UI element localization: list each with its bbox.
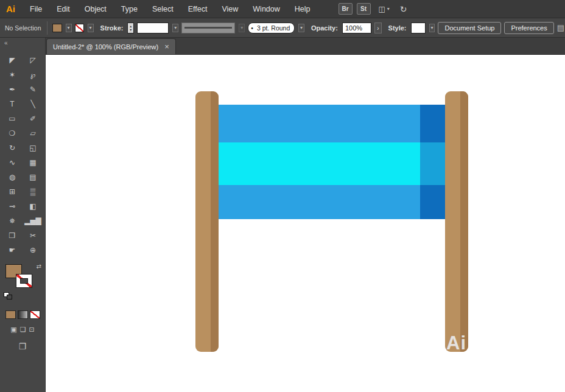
menu-edit[interactable]: Edit <box>49 0 77 18</box>
divider <box>47 21 47 35</box>
opacity-label: Opacity: <box>311 24 338 32</box>
mesh-tool[interactable]: ⊞ <box>2 184 23 198</box>
banner-shadow-bottom[interactable] <box>420 185 445 219</box>
stroke-weight-stepper[interactable]: ▴ ▾ <box>127 23 134 33</box>
banner-shadow-top[interactable] <box>420 105 445 142</box>
document-tab[interactable]: Untitled-2* @ 100% (RGB/Preview) × <box>46 38 176 54</box>
stroke-weight-caret[interactable]: ▾ <box>172 24 178 32</box>
gradient-button[interactable] <box>18 310 28 319</box>
stroke-indicator-hole <box>20 278 28 284</box>
rectangle-tool[interactable]: ▭ <box>2 111 23 125</box>
shape-builder-tool[interactable]: ◍ <box>2 170 23 184</box>
banner-stripe-bottom[interactable] <box>219 185 445 219</box>
stroke-indicator[interactable] <box>16 274 32 288</box>
free-transform-tool[interactable]: ▦ <box>23 155 43 169</box>
graphic-style-dropdown[interactable] <box>411 23 426 33</box>
lasso-tool[interactable]: ℘ <box>23 68 43 82</box>
watermark-text: Ai <box>446 332 466 354</box>
banner-shadow-middle[interactable] <box>420 142 445 185</box>
menu-view[interactable]: View <box>214 0 245 18</box>
blob-brush-tool[interactable]: ❍ <box>2 126 23 140</box>
menu-object[interactable]: Object <box>77 0 114 18</box>
direct-selection-tool[interactable]: ◸ <box>23 53 43 67</box>
document-column: Untitled-2* @ 100% (RGB/Preview) × <box>46 38 565 392</box>
line-segment-tool[interactable]: ╲ <box>23 97 43 111</box>
bridge-button[interactable]: Br <box>339 3 353 15</box>
menu-type[interactable]: Type <box>114 0 145 18</box>
draw-normal-mode[interactable]: ▣ <box>10 326 16 334</box>
chevron-down-icon: ▾ <box>68 26 70 30</box>
artboard-tool[interactable]: ❒ <box>2 228 23 242</box>
stroke-weight-field[interactable] <box>137 23 169 33</box>
chevron-down-icon: ▾ <box>387 7 390 12</box>
eyedropper-tool[interactable]: ⊸ <box>2 199 23 213</box>
banner-shadow-column[interactable] <box>420 105 445 219</box>
brush-caret[interactable]: ▾ <box>298 24 304 32</box>
width-tool[interactable]: ∿ <box>2 155 23 169</box>
symbol-sprayer-tool[interactable]: ✵ <box>2 214 23 228</box>
menu-help[interactable]: Help <box>287 0 318 18</box>
perspective-grid-tool[interactable]: ▤ <box>23 170 43 184</box>
chevron-down-icon: ▾ <box>431 26 433 30</box>
slice-tool[interactable]: ✂ <box>23 228 43 242</box>
magic-wand-tool[interactable]: ✶ <box>2 68 23 82</box>
selection-tool[interactable]: ◤ <box>2 53 23 67</box>
style-caret[interactable]: ▾ <box>429 24 435 32</box>
paintbrush-tool[interactable]: ✐ <box>23 111 43 125</box>
collapse-panel-button[interactable]: « <box>0 38 45 48</box>
uniform-profile-preview <box>184 27 232 29</box>
banner-stripe-middle[interactable] <box>219 142 445 185</box>
banner-stripe-top[interactable] <box>219 105 445 142</box>
opacity-chevron-button[interactable]: › <box>374 23 382 33</box>
draw-behind-mode[interactable]: ❏ <box>20 326 26 334</box>
default-fill-stroke-icon[interactable] <box>4 292 13 300</box>
menu-file[interactable]: File <box>23 0 49 18</box>
right-pole-shape[interactable] <box>445 91 468 352</box>
column-graph-tool[interactable]: ▂▅▇ <box>23 214 43 228</box>
canvas[interactable]: Ai <box>46 55 565 392</box>
menubar-right: Br St ◫ ▾ ↻ <box>339 3 407 15</box>
type-tool[interactable]: T <box>2 97 23 111</box>
sync-icon[interactable]: ↻ <box>400 4 407 14</box>
document-setup-button[interactable]: Document Setup <box>438 22 501 34</box>
close-icon[interactable]: × <box>164 43 169 51</box>
screen-mode-row: ❐ <box>0 341 45 351</box>
stroke-color-swatch[interactable] <box>75 24 84 32</box>
change-screen-mode-button[interactable]: ❐ <box>19 341 27 351</box>
banner-shape[interactable] <box>219 105 445 219</box>
profile-caret[interactable]: ▾ <box>239 24 245 32</box>
fill-color-swatch[interactable] <box>52 24 61 32</box>
chevron-down-icon: ▾ <box>89 26 92 30</box>
zoom-tool[interactable]: ⊕ <box>23 243 43 257</box>
pencil-tool[interactable]: ✎ <box>23 82 43 96</box>
opacity-input[interactable] <box>342 23 371 33</box>
rotate-tool[interactable]: ↻ <box>2 141 23 155</box>
main-area: « ◤◸✶℘✒✎T╲▭✐❍▱↻◱∿▦◍▤⊞▒⊸◧✵▂▅▇❒✂☛⊕ ⇄ <box>0 38 565 392</box>
stock-button[interactable]: St <box>357 3 371 15</box>
scale-tool[interactable]: ◱ <box>23 141 43 155</box>
eraser-tool[interactable]: ▱ <box>23 126 43 140</box>
brush-definition-value: 3 pt. Round <box>257 24 290 32</box>
color-button[interactable] <box>5 310 16 319</box>
draw-inside-mode[interactable]: ⊡ <box>29 326 35 334</box>
selection-status: No Selection <box>5 24 41 32</box>
preferences-button[interactable]: Preferences <box>504 22 553 34</box>
hand-tool[interactable]: ☛ <box>2 243 23 257</box>
none-button[interactable] <box>30 310 40 319</box>
blend-tool[interactable]: ◧ <box>23 199 43 213</box>
stroke-color-caret[interactable]: ▾ <box>88 24 94 32</box>
panels-icon[interactable]: ▤ <box>557 23 564 32</box>
pen-tool[interactable]: ✒ <box>2 82 23 96</box>
variable-width-profile-dropdown[interactable] <box>181 23 235 33</box>
chevron-down-icon: ▾ <box>300 26 303 30</box>
menu-bar: Ai FileEditObjectTypeSelectEffectViewWin… <box>0 0 565 18</box>
fill-color-caret[interactable]: ▾ <box>66 24 72 32</box>
menu-window[interactable]: Window <box>245 0 287 18</box>
menu-select[interactable]: Select <box>145 0 181 18</box>
workspace-switcher[interactable]: ◫ ▾ <box>379 5 390 13</box>
gradient-tool[interactable]: ▒ <box>23 184 43 198</box>
menu-effect[interactable]: Effect <box>181 0 215 18</box>
brush-definition-dropdown[interactable]: • 3 pt. Round <box>248 23 295 33</box>
left-pole-shape[interactable] <box>195 91 219 352</box>
swap-fill-stroke-icon[interactable]: ⇄ <box>37 263 41 270</box>
